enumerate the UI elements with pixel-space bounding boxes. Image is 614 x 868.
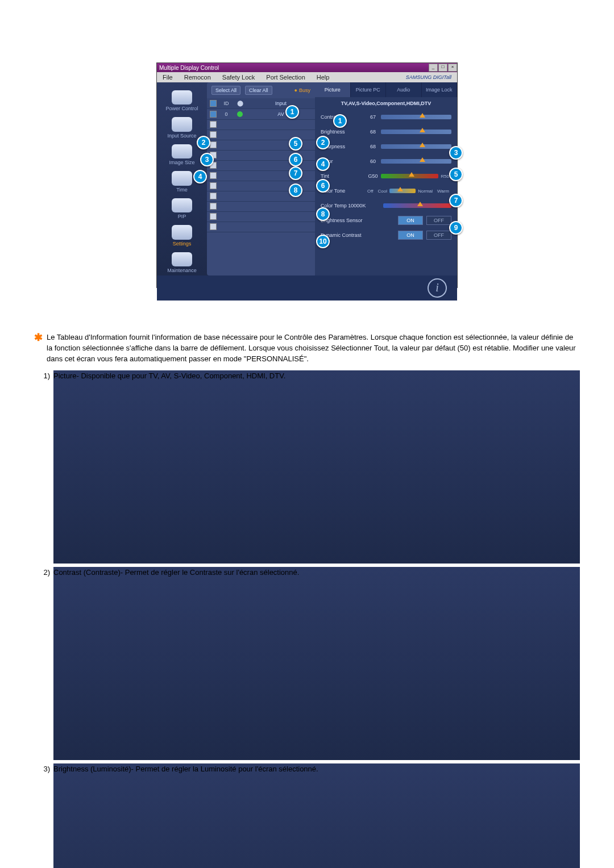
row-checkbox[interactable] [210, 141, 217, 148]
sidebar-image: Image Size [169, 160, 194, 165]
tab-picture[interactable]: Picture [315, 82, 351, 97]
item-number: 3) [34, 763, 53, 868]
sidebar-maintenance: Maintenance [167, 268, 197, 273]
header-checkbox[interactable] [210, 100, 217, 107]
param-dynamic-contrast: Dynamic Contrast [321, 232, 383, 238]
row-checkbox[interactable] [210, 203, 217, 210]
sidebar-pip: PIP [178, 214, 186, 219]
document-body: ✱ Le Tableau d'Information fournit l'inf… [34, 322, 580, 868]
param-brightness-sensor: Brightness Sensor [321, 218, 383, 223]
col-status: ⬤ [233, 98, 247, 109]
callout-3a: 3 [200, 153, 214, 166]
param-colortemp: Color Temp 10000K [321, 203, 383, 208]
menubar: File Remocon Safety Lock Port Selection … [157, 72, 457, 82]
list-item: 2)Contrast (Contraste)- Permet de régler… [34, 567, 580, 760]
row-checkbox[interactable] [210, 172, 217, 179]
sidebar-power: Power Control [165, 106, 198, 111]
callout-10: 10 [316, 235, 330, 248]
brightness-sensor-off[interactable]: OFF [426, 216, 451, 225]
row-input: AV [247, 109, 315, 120]
maintenance-icon[interactable] [172, 252, 192, 266]
item-desc: - Permet de régler la Luminosité pour l'… [131, 763, 318, 868]
param-brightness: Brightness [321, 129, 365, 135]
title: Multiple Display Control [159, 65, 219, 71]
star-icon: ✱ [34, 332, 47, 365]
time-icon[interactable] [172, 171, 192, 185]
dynamic-contrast-on[interactable]: ON [398, 231, 423, 240]
settings-icon[interactable] [172, 225, 192, 239]
contrast-slider[interactable] [381, 115, 451, 119]
pip-icon[interactable] [172, 198, 192, 212]
callout-8a: 8 [289, 183, 302, 197]
row-checkbox[interactable] [210, 182, 217, 189]
sidebar-settings: Settings [173, 241, 192, 247]
menu-safety-lock[interactable]: Safety Lock [217, 74, 260, 81]
menu-remocon[interactable]: Remocon [179, 74, 217, 81]
sharpness-slider[interactable] [381, 144, 451, 149]
callout-5a: 5 [289, 137, 302, 151]
select-all-button[interactable]: Select All [211, 86, 240, 95]
tab-image-lock[interactable]: Image Lock [422, 82, 458, 97]
callout-1a: 1 [285, 105, 299, 119]
callout-6a: 6 [289, 153, 302, 166]
settings-panel: Picture Picture PC Audio Image Lock TV,A… [315, 82, 457, 276]
app-screenshot: Multiple Display Control _ □ × File Remo… [156, 62, 458, 288]
row-id: 0 [219, 109, 233, 120]
tab-audio[interactable]: Audio [386, 82, 422, 97]
maximize-button[interactable]: □ [438, 64, 447, 72]
status-dot [237, 111, 243, 117]
callout-4b: 4 [316, 157, 330, 171]
item-desc: - Disponible que pour TV, AV, S-Video, C… [76, 370, 285, 564]
callout-1b: 1 [333, 114, 347, 128]
row-checkbox[interactable] [210, 121, 217, 128]
input-source-icon[interactable] [172, 117, 192, 131]
power-control-icon[interactable] [172, 90, 192, 105]
image-size-icon[interactable] [172, 144, 192, 158]
colortemp-slider[interactable] [383, 203, 451, 208]
brand: SAMSUNG DIGITall [400, 74, 457, 80]
callout-7a: 7 [289, 166, 302, 180]
item-title: Brightness (Luminosité) [53, 763, 131, 868]
col-id: ID [219, 98, 233, 109]
dynamic-contrast-off[interactable]: OFF [426, 231, 451, 240]
brightness-slider[interactable] [381, 130, 451, 134]
callout-4a: 4 [193, 170, 207, 183]
sidebar-time: Time [176, 187, 188, 193]
row-checkbox[interactable] [210, 193, 217, 199]
numbered-list: 1)Picture- Disponible que pour TV, AV, S… [34, 370, 580, 868]
info-icon[interactable]: i [428, 278, 447, 298]
menu-port-selection[interactable]: Port Selection [260, 74, 310, 81]
item-desc: - Permet de régler le Contraste sur l'éc… [121, 567, 300, 760]
brightness-sensor-on[interactable]: ON [398, 216, 423, 225]
close-button[interactable]: × [448, 64, 457, 72]
tab-picture-pc[interactable]: Picture PC [351, 82, 387, 97]
callout-7b: 7 [449, 194, 463, 207]
row-checkbox[interactable] [210, 111, 217, 118]
item-title: Contrast (Contraste) [53, 567, 121, 760]
callout-2a: 2 [197, 136, 210, 149]
footer: i [157, 276, 457, 301]
tint-slider[interactable] [381, 174, 438, 178]
sidebar-input: Input Source [167, 133, 196, 139]
sources-label: TV,AV,S-Video,Component,HDMI,DTV [315, 97, 457, 110]
param-tint: Tint [321, 173, 365, 179]
row-checkbox[interactable] [210, 223, 217, 230]
colortone-slider[interactable] [389, 189, 416, 193]
minimize-button[interactable]: _ [429, 64, 438, 72]
color-slider[interactable] [381, 159, 451, 164]
callout-3b: 3 [449, 146, 463, 160]
note-intro: ✱ Le Tableau d'Information fournit l'inf… [34, 332, 580, 365]
col-input: Input [247, 98, 315, 109]
callout-9: 9 [449, 221, 463, 235]
menu-help[interactable]: Help [311, 74, 335, 81]
menu-file[interactable]: File [157, 74, 179, 81]
list-item: 3)Brightness (Luminosité)- Permet de rég… [34, 763, 580, 868]
item-number: 1) [34, 370, 53, 564]
callout-6b: 6 [316, 179, 330, 193]
row-checkbox[interactable] [210, 213, 217, 220]
callout-2b: 2 [316, 136, 330, 149]
busy-indicator: Busy [294, 87, 310, 93]
row-checkbox[interactable] [210, 131, 217, 138]
titlebar: Multiple Display Control _ □ × [157, 63, 457, 72]
clear-all-button[interactable]: Clear All [245, 86, 272, 95]
